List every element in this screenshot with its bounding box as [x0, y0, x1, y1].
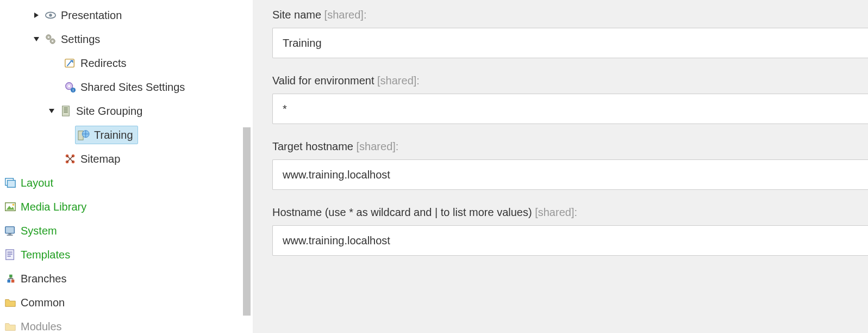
- field-label: Site name [shared]:: [272, 9, 868, 21]
- field-valid-environment: Valid for environment [shared]:: [272, 75, 868, 124]
- tree-label: Redirects: [80, 57, 126, 70]
- folder-icon: [4, 297, 16, 309]
- svg-rect-35: [8, 254, 13, 255]
- system-icon: [4, 225, 16, 237]
- site-name-input[interactable]: [272, 28, 868, 58]
- label-suffix: [shared]:: [374, 75, 420, 87]
- tree-node-layout[interactable]: Layout: [0, 171, 243, 195]
- folder-icon: [4, 320, 16, 332]
- globe-server-icon: [78, 129, 90, 141]
- splitter-handle[interactable]: [243, 127, 251, 316]
- tree-label: Sitemap: [80, 153, 120, 165]
- expand-toggle[interactable]: [33, 11, 40, 19]
- tree-label: Media Library: [21, 201, 86, 213]
- svg-rect-17: [64, 109, 67, 110]
- label-text: Valid for environment: [272, 75, 374, 87]
- layout-icon: [4, 177, 16, 189]
- shared-settings-icon: i: [64, 81, 76, 93]
- tree-node-settings[interactable]: Settings: [0, 27, 243, 51]
- tree-node-training[interactable]: Training: [0, 123, 243, 147]
- tree-label: Branches: [21, 273, 67, 285]
- field-label: Target hostname [shared]:: [272, 140, 868, 153]
- tree-node-modules[interactable]: Modules: [0, 314, 243, 333]
- svg-rect-30: [5, 227, 15, 233]
- label-suffix: [shared]:: [353, 140, 398, 152]
- content-editor-panel: Site name [shared]: Valid for environmen…: [253, 0, 868, 333]
- tree-node-common[interactable]: Common: [0, 291, 243, 314]
- field-hostname: Hostname (use * as wildcard and | to lis…: [272, 206, 868, 256]
- field-label: Valid for environment [shared]:: [272, 75, 868, 87]
- svg-rect-39: [11, 280, 15, 283]
- svg-point-11: [68, 85, 70, 87]
- tree-label: Modules: [21, 320, 62, 333]
- tree-node-system[interactable]: System: [0, 219, 243, 243]
- field-label: Hostname (use * as wildcard and | to lis…: [272, 206, 868, 219]
- tree-node-sitemap[interactable]: Sitemap: [0, 147, 243, 171]
- tree-label: Presentation: [61, 9, 122, 22]
- svg-rect-38: [8, 280, 11, 283]
- svg-rect-40: [9, 275, 13, 278]
- templates-icon: [4, 249, 16, 261]
- tree-label: Layout: [21, 177, 53, 189]
- svg-rect-15: [63, 106, 70, 116]
- svg-point-7: [52, 40, 53, 42]
- collapse-toggle[interactable]: [33, 35, 40, 43]
- tree-label: Common: [21, 297, 65, 309]
- svg-rect-16: [64, 108, 67, 109]
- label-suffix: [shared]:: [532, 206, 577, 218]
- field-site-name: Site name [shared]:: [272, 9, 868, 58]
- tree-label: Templates: [21, 249, 70, 261]
- svg-marker-0: [34, 13, 39, 18]
- branches-icon: [4, 273, 16, 285]
- tree-node-branches[interactable]: Branches: [0, 267, 243, 291]
- svg-point-2: [49, 14, 52, 17]
- label-text: Target hostname: [272, 140, 353, 152]
- tree-label: Training: [94, 129, 133, 141]
- svg-rect-36: [8, 256, 11, 257]
- content-tree-panel: Presentation Settings: [0, 0, 243, 333]
- label-text: Hostname (use * as wildcard and | to lis…: [272, 206, 532, 218]
- content-tree: Presentation Settings: [0, 3, 243, 333]
- tree-node-media-library[interactable]: Media Library: [0, 195, 243, 219]
- tree-label: Shared Sites Settings: [80, 81, 185, 94]
- svg-marker-3: [34, 37, 39, 41]
- label-text: Site name: [272, 9, 321, 21]
- tree-node-shared-sites-settings[interactable]: i Shared Sites Settings: [0, 75, 243, 99]
- tree-node-templates[interactable]: Templates: [0, 243, 243, 267]
- field-target-hostname: Target hostname [shared]:: [272, 140, 868, 190]
- eye-icon: [45, 9, 57, 21]
- svg-rect-26: [8, 180, 16, 187]
- tree-node-presentation[interactable]: Presentation: [0, 3, 243, 27]
- selected-node: Training: [75, 126, 138, 144]
- tree-label: System: [21, 225, 57, 237]
- svg-rect-34: [8, 252, 13, 253]
- media-icon: [4, 201, 16, 213]
- svg-rect-31: [8, 233, 11, 235]
- target-hostname-input[interactable]: [272, 159, 868, 190]
- gears-icon: [45, 33, 57, 45]
- hostname-input[interactable]: [272, 225, 868, 256]
- tree-label: Site Grouping: [76, 105, 142, 118]
- tree-node-redirects[interactable]: Redirects: [0, 51, 243, 75]
- label-suffix: [shared]:: [321, 9, 366, 21]
- svg-rect-18: [64, 112, 67, 113]
- server-icon: [60, 105, 72, 117]
- panel-splitter[interactable]: [243, 0, 253, 333]
- svg-rect-32: [7, 235, 13, 236]
- tree-label: Settings: [61, 33, 100, 46]
- svg-point-5: [48, 36, 49, 38]
- collapse-toggle[interactable]: [48, 107, 55, 115]
- sitemap-icon: [64, 153, 76, 165]
- valid-environment-input[interactable]: [272, 94, 868, 124]
- svg-point-29: [13, 204, 15, 206]
- svg-marker-14: [49, 109, 54, 113]
- tree-node-site-grouping[interactable]: Site Grouping: [0, 99, 243, 123]
- redirect-icon: [64, 57, 76, 69]
